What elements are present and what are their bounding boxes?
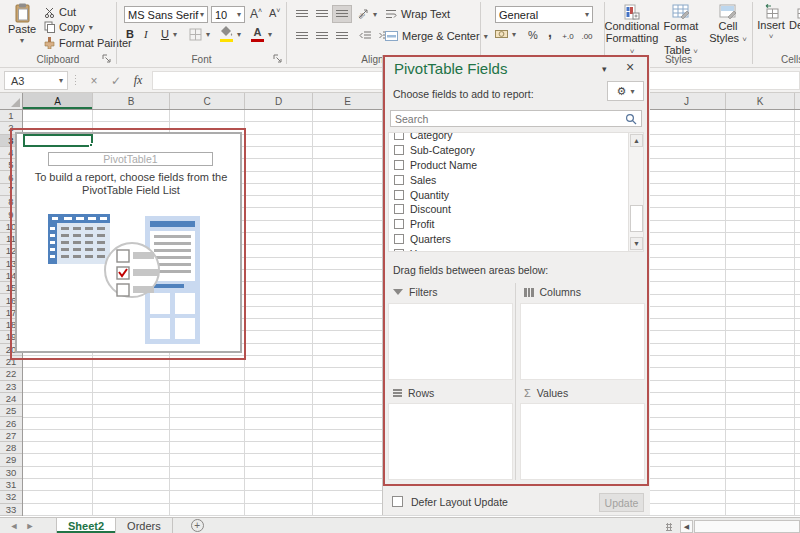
bold-button[interactable]: B (126, 28, 134, 40)
borders-button[interactable]: ▾ (189, 28, 210, 41)
comma-style-button[interactable]: , (542, 24, 558, 40)
italic-button[interactable]: I (144, 28, 148, 40)
font-size-combo[interactable]: 10▾ (211, 6, 245, 23)
row-header-27[interactable]: 27 (0, 430, 22, 442)
field-checkbox[interactable] (394, 204, 404, 214)
paste-caret-icon[interactable]: ▾ (20, 35, 24, 47)
increase-decimal-button[interactable]: +.0 (560, 28, 576, 44)
insert-cells-button[interactable]: Insert ˅ (755, 4, 787, 43)
paste-button[interactable]: Paste ▾ (6, 3, 38, 47)
field-item-sub-category[interactable]: Sub-Category (389, 143, 643, 158)
font-dialog-launcher-icon[interactable] (273, 54, 283, 64)
underline-button[interactable]: U▾ (161, 28, 177, 40)
field-checkbox[interactable] (394, 190, 404, 200)
column-header-c[interactable]: C (170, 93, 245, 109)
wrap-text-button[interactable]: Wrap Text (385, 8, 450, 20)
filters-drop-zone[interactable] (388, 303, 513, 380)
fill-color-button[interactable]: ▾ (220, 26, 241, 42)
top-align-button[interactable] (292, 5, 312, 23)
row-header-29[interactable]: 29 (0, 454, 22, 466)
field-item-quarters[interactable]: Quarters (389, 232, 643, 247)
field-checkbox[interactable] (394, 219, 404, 229)
column-header-j[interactable]: J (648, 93, 726, 109)
rows-drop-zone[interactable] (388, 403, 513, 480)
row-header-31[interactable]: 31 (0, 479, 22, 491)
field-item-discount[interactable]: Discount (389, 202, 643, 217)
field-list-scrollbar[interactable]: ▲ ▼ (628, 133, 643, 251)
values-drop-zone[interactable] (520, 403, 645, 480)
accounting-format-button[interactable]: ▾ (495, 28, 516, 40)
field-item-category[interactable]: Category (389, 132, 643, 143)
clipboard-dialog-launcher-icon[interactable] (102, 54, 112, 64)
tools-button[interactable]: ⚙ ▾ (607, 81, 644, 101)
scroll-left-icon[interactable]: ◀ (680, 520, 693, 533)
formula-bar-grip[interactable] (74, 74, 77, 87)
row-header-26[interactable]: 26 (0, 417, 22, 429)
field-checkbox[interactable] (394, 132, 404, 140)
columns-drop-zone[interactable] (520, 303, 645, 380)
field-item-years[interactable]: Years (389, 246, 643, 252)
decrease-font-size-button[interactable]: A˅ (269, 7, 280, 19)
name-box-caret-icon[interactable]: ▾ (59, 76, 63, 85)
search-input[interactable]: Search (390, 110, 642, 127)
row-header-1[interactable]: 1 (0, 110, 22, 122)
selected-cell-a3[interactable] (23, 134, 93, 147)
horizontal-scrollbar[interactable] (694, 520, 800, 533)
next-sheet-icon[interactable]: ► (22, 518, 38, 533)
defer-layout-checkbox[interactable] (392, 496, 403, 507)
field-checkbox[interactable] (394, 234, 404, 244)
field-item-quantity[interactable]: Quantity (389, 187, 643, 202)
insert-function-button[interactable]: fx (128, 71, 148, 90)
align-left-button[interactable] (292, 27, 312, 45)
column-header-a[interactable]: A (23, 93, 93, 109)
decrease-indent-button[interactable] (355, 27, 375, 45)
increase-font-size-button[interactable]: A˄ (250, 7, 262, 21)
field-checkbox[interactable] (394, 160, 404, 170)
field-checkbox[interactable] (394, 175, 404, 185)
row-header-32[interactable]: 32 (0, 491, 22, 503)
sheet-tab-orders[interactable]: Orders (116, 518, 173, 533)
field-checkbox[interactable] (394, 249, 404, 252)
font-name-combo[interactable]: MS Sans Serif▾ (124, 6, 208, 23)
copy-button[interactable]: Copy ▾ (44, 21, 93, 33)
row-header-30[interactable]: 30 (0, 467, 22, 479)
orientation-button[interactable]: ab ▾ (357, 8, 377, 20)
row-header-22[interactable]: 22 (0, 368, 22, 380)
sheet-tab-sheet2[interactable]: Sheet2 (56, 518, 116, 533)
bottom-align-button[interactable] (332, 5, 352, 23)
pane-close-icon[interactable]: × (626, 59, 634, 75)
row-header-23[interactable]: 23 (0, 381, 22, 393)
column-header-d[interactable]: D (245, 93, 313, 109)
field-item-profit[interactable]: Profit (389, 217, 643, 232)
font-color-button[interactable]: A ▾ (251, 26, 272, 42)
decrease-decimal-button[interactable]: .00 (579, 28, 595, 44)
delete-cells-button[interactable]: Delete ˅ (789, 4, 800, 43)
align-right-button[interactable] (332, 27, 352, 45)
scroll-up-icon[interactable]: ▲ (630, 134, 643, 147)
field-item-sales[interactable]: Sales (389, 172, 643, 187)
scrollbar-thumb[interactable] (630, 205, 643, 232)
row-header-24[interactable]: 24 (0, 393, 22, 405)
merge-center-button[interactable]: Merge & Center ▾ (385, 30, 488, 42)
copy-caret-icon[interactable]: ▾ (89, 23, 93, 32)
scroll-down-icon[interactable]: ▼ (630, 237, 643, 250)
field-item-product-name[interactable]: Product Name (389, 158, 643, 173)
pane-options-caret-icon[interactable]: ▾ (602, 64, 607, 74)
select-all-corner[interactable] (0, 93, 23, 110)
row-header-21[interactable]: 21 (0, 356, 22, 368)
middle-align-button[interactable] (312, 5, 332, 23)
percent-style-button[interactable]: % (525, 27, 541, 43)
row-header-28[interactable]: 28 (0, 442, 22, 454)
prev-sheet-icon[interactable]: ◄ (6, 518, 22, 533)
update-button[interactable]: Update (599, 493, 644, 512)
column-header-b[interactable]: B (93, 93, 170, 109)
cancel-button[interactable]: × (84, 71, 104, 90)
fill-handle[interactable] (89, 143, 93, 147)
align-center-button[interactable] (312, 27, 332, 45)
format-as-table-button[interactable]: Format as Table ˅ (658, 4, 704, 58)
row-header-25[interactable]: 25 (0, 405, 22, 417)
column-header-k[interactable]: K (726, 93, 795, 109)
conditional-formatting-button[interactable]: Conditional Formatting ˅ (608, 4, 656, 58)
row-header-33[interactable]: 33 (0, 504, 22, 516)
cell-styles-button[interactable]: Cell Styles ˅ (706, 4, 750, 46)
